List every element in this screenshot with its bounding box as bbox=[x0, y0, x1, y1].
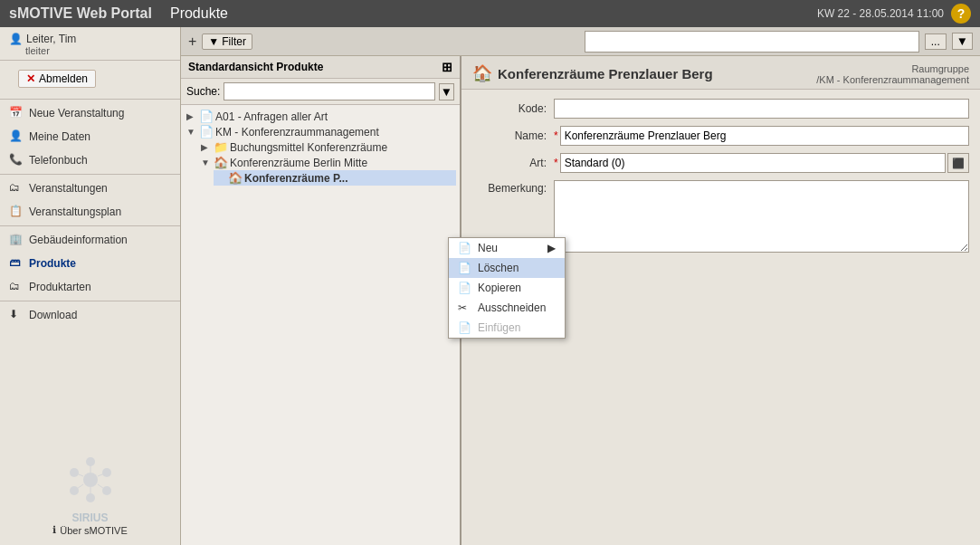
tree-search-label: Suche: bbox=[186, 85, 220, 98]
tree-node-prenzlauer[interactable]: 🏠 Konferenzräume P... bbox=[214, 170, 456, 186]
plan-icon: 📋 bbox=[9, 205, 24, 219]
name-required-star: * bbox=[554, 129, 558, 142]
sidebar-label-neue-veranstaltung: Neue Veranstaltung bbox=[29, 107, 124, 120]
producttype-icon: 🗂 bbox=[9, 280, 24, 294]
user-name-row: 👤 Leiter, Tim bbox=[9, 33, 171, 45]
tree-icon-a01: 📄 bbox=[199, 110, 214, 123]
ctx-label-loeschen: Löschen bbox=[478, 262, 519, 274]
context-menu: 📄 Neu ▶ 📄 Löschen 📄 Kopieren ✂ Ausschnei… bbox=[448, 237, 566, 339]
tree-icon-prenzlauer: 🏠 bbox=[228, 171, 243, 185]
ctx-label-ausschneiden: Ausschneiden bbox=[478, 301, 546, 314]
tree-icon-km: 📄 bbox=[199, 125, 214, 139]
sidebar-item-gebaeudeinformation[interactable]: 🏢 Gebäudeinformation bbox=[0, 228, 180, 252]
user-fullname: Leiter, Tim bbox=[26, 33, 76, 45]
help-button[interactable]: ? bbox=[951, 4, 971, 24]
form-row-name: Name: * bbox=[472, 126, 969, 146]
art-required-star: * bbox=[554, 157, 558, 169]
bemerkung-textarea[interactable] bbox=[554, 180, 969, 253]
panels-area: Standardansicht Produkte ⊞ Suche: ▼ ▶ 📄 bbox=[181, 56, 980, 545]
tree-node-a01[interactable]: ▶ 📄 A01 - Anfragen aller Art bbox=[185, 109, 456, 124]
section-title: Produkte bbox=[152, 5, 817, 22]
tree-icon-berlin-mitte: 🏠 bbox=[214, 156, 228, 169]
tree-expand-a01[interactable]: ▶ bbox=[186, 111, 197, 121]
sidebar-item-neue-veranstaltung[interactable]: 📅 Neue Veranstaltung bbox=[0, 101, 180, 125]
tree-toggle-button[interactable]: ⊞ bbox=[442, 60, 452, 74]
search-dropdown-button[interactable]: ▼ bbox=[439, 83, 454, 100]
form-row-kode: Kode: bbox=[472, 99, 969, 119]
sidebar-item-download[interactable]: ⬇ Download bbox=[0, 303, 180, 327]
tree-label-km: KM - Konferenzraummanagement bbox=[215, 126, 379, 139]
ctx-neu-icon: 📄 bbox=[458, 242, 472, 254]
art-label-text: Art: bbox=[529, 157, 547, 169]
tree-search-input[interactable] bbox=[224, 82, 434, 100]
kode-input[interactable] bbox=[554, 99, 969, 119]
filter-icon: ▼ bbox=[208, 35, 219, 48]
ctx-item-kopieren[interactable]: 📄 Kopieren bbox=[449, 278, 565, 298]
ctx-item-neu[interactable]: 📄 Neu ▶ bbox=[449, 238, 565, 258]
ctx-loeschen-icon: 📄 bbox=[458, 262, 472, 274]
detail-group: Raumgruppe /KM - Konferenzraummanagement bbox=[816, 63, 969, 85]
funnel-button[interactable]: ▼ bbox=[952, 33, 973, 50]
filter-button[interactable]: ▼ Filter bbox=[202, 33, 252, 50]
sidebar-label-gebaeudeinformation: Gebäudeinformation bbox=[29, 234, 128, 246]
sidebar-logo-area: SIRIUS SIRIUS ℹ Über sMOTIVE bbox=[0, 444, 180, 545]
tree-expand-berlin-mitte[interactable]: ▼ bbox=[201, 158, 212, 167]
sidebar-label-veranstaltungen: Veranstaltungen bbox=[29, 182, 108, 195]
tree-node-km[interactable]: ▼ 📄 KM - Konferenzraummanagement bbox=[185, 124, 456, 139]
ctx-item-ausschneiden[interactable]: ✂ Ausschneiden bbox=[449, 298, 565, 318]
about-link[interactable]: ℹ Über sMOTIVE bbox=[52, 524, 128, 536]
ctx-arrow-neu: ▶ bbox=[547, 242, 556, 254]
calendar-icon: 📅 bbox=[9, 106, 24, 120]
ctx-item-loeschen[interactable]: 📄 Löschen bbox=[449, 258, 565, 278]
tree-label-berlin-mitte: Konferenzräume Berlin Mitte bbox=[230, 157, 367, 169]
sidebar-item-meine-daten[interactable]: 👤 Meine Daten bbox=[0, 125, 180, 148]
header-right: KW 22 - 28.05.2014 11:00 ? bbox=[817, 4, 971, 24]
user-info: 👤 Leiter, Tim tleiter bbox=[0, 27, 180, 61]
ctx-label-neu: Neu bbox=[478, 242, 498, 254]
user-icon: 👤 bbox=[9, 33, 23, 45]
name-input[interactable] bbox=[560, 126, 969, 146]
sidebar-item-telefonbuch[interactable]: 📞 Telefonbuch bbox=[0, 148, 180, 172]
sidebar-label-meine-daten: Meine Daten bbox=[29, 130, 90, 143]
logout-label: Abmelden bbox=[39, 72, 88, 85]
ctx-ausschneiden-icon: ✂ bbox=[458, 301, 472, 314]
sidebar-label-veranstaltungsplan: Veranstaltungsplan bbox=[29, 206, 121, 218]
sirius-logo: SIRIUS SIRIUS bbox=[63, 453, 118, 524]
art-browse-button[interactable]: ⬛ bbox=[947, 153, 969, 173]
art-input[interactable] bbox=[560, 153, 946, 173]
content-area: + ▼ Filter ... ▼ Standardansicht Produkt… bbox=[181, 27, 980, 545]
svg-point-0 bbox=[83, 473, 98, 487]
detail-group-path: /KM - Konferenzraummanagement bbox=[816, 74, 969, 85]
tree-node-buchung[interactable]: ▶ 📁 Buchungsmittel Konferenzräume bbox=[199, 139, 456, 155]
detail-house-icon: 🏠 bbox=[472, 63, 492, 83]
logout-button[interactable]: ✕ Abmelden bbox=[18, 70, 96, 88]
toolbar-extra-button[interactable]: ... bbox=[925, 33, 947, 50]
tree-icon-buchung: 📁 bbox=[214, 140, 228, 154]
global-search-input[interactable] bbox=[585, 31, 918, 53]
tree-label-prenzlauer: Konferenzräume P... bbox=[244, 172, 347, 185]
tree-search-row: Suche: ▼ bbox=[181, 79, 460, 105]
sidebar-item-produktarten[interactable]: 🗂 Produktarten bbox=[0, 275, 180, 299]
app-header: sMOTIVE Web Portal Produkte KW 22 - 28.0… bbox=[0, 0, 980, 27]
add-button[interactable]: + bbox=[188, 33, 196, 50]
product-icon: 🗃 bbox=[9, 256, 24, 271]
user-id: tleiter bbox=[9, 45, 171, 56]
tree-expand-km[interactable]: ▼ bbox=[186, 127, 197, 137]
tree-expand-buchung[interactable]: ▶ bbox=[201, 142, 212, 152]
sidebar-item-produkte[interactable]: 🗃 Produkte bbox=[0, 252, 180, 275]
phone-icon: 📞 bbox=[9, 153, 24, 167]
tree-content: ▶ 📄 A01 - Anfragen aller Art ▼ 📄 KM - Ko… bbox=[181, 105, 460, 545]
info-icon: ℹ bbox=[52, 524, 56, 536]
tree-node-berlin-mitte[interactable]: ▼ 🏠 Konferenzräume Berlin Mitte bbox=[199, 155, 456, 170]
tree-label-buchung: Buchungsmittel Konferenzräume bbox=[230, 141, 387, 154]
sidebar-item-veranstaltungen[interactable]: 🗂 Veranstaltungen bbox=[0, 177, 180, 200]
sidebar-item-veranstaltungsplan[interactable]: 📋 Veranstaltungsplan bbox=[0, 200, 180, 224]
detail-header: 🏠 Konferenzräume Prenzlauer Berg Raumgru… bbox=[461, 56, 980, 90]
ctx-item-einfuegen: 📄 Einfügen bbox=[449, 318, 565, 338]
sidebar: 👤 Leiter, Tim tleiter ✕ Abmelden 📅 Neue … bbox=[0, 27, 181, 545]
detail-title: Konferenzräume Prenzlauer Berg bbox=[498, 66, 713, 81]
tree-header-label: Standardansicht Produkte bbox=[188, 61, 323, 73]
sidebar-label-produktarten: Produktarten bbox=[29, 281, 91, 293]
logout-x-icon: ✕ bbox=[26, 72, 35, 85]
tree-label-a01: A01 - Anfragen aller Art bbox=[215, 110, 328, 123]
